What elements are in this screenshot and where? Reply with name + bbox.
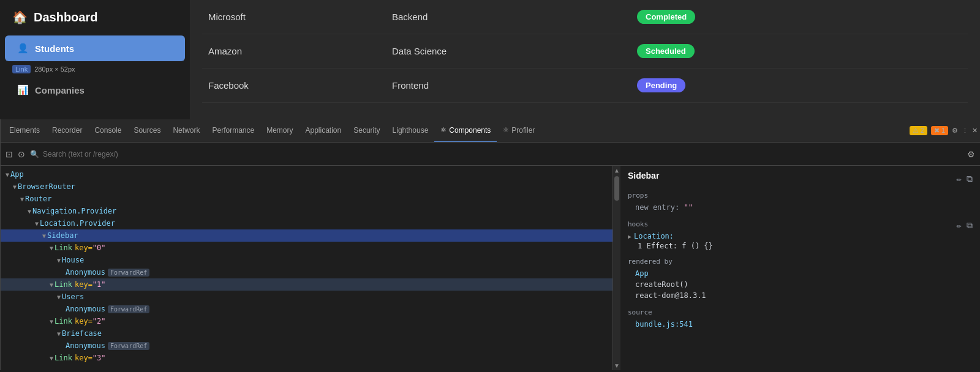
tree-node-locprovider[interactable]: ▼ Location.Provider (1, 217, 612, 229)
sidebar-item-companies[interactable]: 📊 Companies (5, 77, 185, 103)
props-panel-actions: ✏ ⧉ (957, 174, 973, 184)
tree-anon2-label: Anonymous (66, 305, 105, 313)
gear-icon[interactable]: ⚙ (967, 149, 975, 159)
tree-node-briefcase[interactable]: ▼ Briefcase (1, 327, 612, 340)
tab-network[interactable]: Network (167, 119, 206, 143)
role: Data Science (392, 46, 637, 56)
sidebar-item-students[interactable]: 👤 Students (5, 35, 185, 61)
tree-arrow: ▼ (20, 196, 24, 203)
console-label: Console (94, 126, 121, 135)
tree-node-navprovider[interactable]: ▼ Navigation.Provider (1, 205, 612, 217)
rendered-reactdom: react-dom@18.3.1 (635, 291, 706, 300)
table-row: Facebook Frontend Pending (202, 69, 968, 103)
devtools-panel: Elements Recorder Console Sources Networ… (0, 119, 980, 370)
tab-application[interactable]: Application (300, 119, 348, 143)
tree-node-link0[interactable]: ▼ Link key="0" (1, 242, 612, 254)
close-icon[interactable]: ✕ (972, 127, 978, 135)
eye-icon[interactable]: ⊙ (18, 149, 25, 159)
forwardref-badge: ForwardRef (108, 269, 149, 277)
rendered-by-title: rendered by (628, 258, 973, 266)
tree-node-anon1[interactable]: Anonymous ForwardRef (1, 266, 612, 278)
tree-node-house[interactable]: ▼ House (1, 254, 612, 266)
tree-node-anon2[interactable]: Anonymous ForwardRef (1, 303, 612, 315)
search-input[interactable] (43, 150, 967, 158)
tab-sources[interactable]: Sources (127, 119, 167, 143)
rendered-createroot: createRoot() (635, 280, 688, 289)
forwardref-badge: ForwardRef (108, 342, 149, 350)
elements-label: Elements (9, 126, 40, 135)
status-badge: Scheduled (637, 44, 695, 58)
components-label: Components (449, 126, 491, 135)
main-content: Microsoft Backend Completed Amazon Data … (190, 0, 980, 119)
scroll-up-arrow[interactable]: ▲ (612, 166, 621, 175)
props-new-entry: new entry: "" (628, 202, 973, 213)
tab-console[interactable]: Console (88, 119, 127, 143)
rendered-by-createroot: createRoot() (628, 279, 973, 290)
tree-node-link1[interactable]: ▼ Link key="1" (1, 278, 612, 291)
students-icon: 👤 (17, 43, 29, 54)
tree-locprovider-label: Location.Provider (40, 219, 115, 228)
settings-icon[interactable]: ⚙ (952, 127, 958, 135)
devtools-tabs-bar: Elements Recorder Console Sources Networ… (1, 119, 980, 143)
props-panel-title: Sidebar (628, 171, 659, 180)
profiler-label: Profiler (511, 126, 535, 135)
hooks-edit-icon[interactable]: ✏ (957, 220, 962, 231)
tree-navprovider-label: Navigation.Provider (32, 207, 116, 215)
tab-profiler[interactable]: ⚛ Profiler (497, 119, 541, 143)
rendered-app-link[interactable]: App (635, 269, 649, 278)
tab-memory[interactable]: Memory (260, 119, 299, 143)
tab-performance[interactable]: Performance (206, 119, 260, 143)
props-section-title: props (628, 192, 973, 199)
tree-node-app[interactable]: ▼ App (1, 168, 612, 180)
tree-sidebar-label: Sidebar (47, 231, 78, 240)
tree-arrow: ▼ (57, 257, 61, 264)
hooks-copy-icon[interactable]: ⧉ (967, 220, 973, 231)
hooks-effect: 1 Effect: f () {} (628, 242, 973, 250)
security-label: Security (353, 126, 380, 135)
props-key: new entry: (635, 203, 679, 212)
tree-node-link2[interactable]: ▼ Link key="2" (1, 315, 612, 327)
tab-lighthouse[interactable]: Lighthouse (386, 119, 435, 143)
role: Backend (392, 12, 637, 22)
tree-link1-label: Link (55, 280, 72, 289)
tree-arrow: ▼ (13, 184, 17, 190)
edit-icon[interactable]: ✏ (957, 174, 962, 184)
scroll-down-arrow[interactable]: ▼ (612, 361, 621, 370)
link-indicator: Link 280px × 52px (0, 62, 190, 76)
props-panel: Sidebar ✏ ⧉ props new entry: "" hooks (620, 166, 980, 370)
tree-arrow: ▼ (50, 318, 53, 325)
tree-scrollbar[interactable]: ▲ ▼ (613, 166, 620, 370)
recorder-label: Recorder (52, 126, 82, 135)
companies-icon: 📊 (17, 84, 29, 95)
source-value[interactable]: bundle.js:541 (628, 319, 973, 330)
tree-node-link3[interactable]: ▼ Link key="3" (1, 352, 612, 364)
devtools-bottom: ⊡ ⊙ 🔍 ⚙ ▼ App ▼ BrowserRouter (1, 143, 980, 370)
tab-components[interactable]: ⚛ Components (434, 119, 497, 143)
network-label: Network (173, 126, 200, 135)
tab-elements[interactable]: Elements (3, 119, 46, 143)
tree-node-browserrouter[interactable]: ▼ BrowserRouter (1, 180, 612, 193)
role: Frontend (392, 80, 637, 91)
tree-node-users[interactable]: ▼ Users (1, 291, 612, 303)
tree-node-anon3[interactable]: Anonymous ForwardRef (1, 340, 612, 352)
tree-attr-key: key (75, 244, 88, 252)
tree-briefcase-label: Briefcase (62, 329, 102, 338)
more-icon[interactable]: ⋮ (962, 127, 968, 135)
tree-users-label: Users (62, 292, 84, 301)
company-name: Facebook (208, 80, 392, 91)
scroll-thumb[interactable] (614, 176, 619, 201)
hooks-section: hooks ✏ ⧉ ▶ Location: 1 Effect: f () {} (628, 220, 973, 250)
selector-icon[interactable]: ⊡ (6, 149, 13, 159)
copy-icon[interactable]: ⧉ (967, 174, 973, 184)
search-icon: 🔍 (30, 150, 39, 158)
hooks-header-row: hooks ✏ ⧉ (628, 220, 973, 231)
tree-node-sidebar[interactable]: ▼ Sidebar (1, 229, 612, 242)
tree-app-label: App (10, 170, 24, 179)
tab-security[interactable]: Security (347, 119, 386, 143)
hooks-panel-actions: ✏ ⧉ (957, 220, 973, 231)
hooks-location: ▶ Location: (628, 231, 973, 242)
rendered-by-reactdom: react-dom@18.3.1 (628, 290, 973, 301)
tree-node-router[interactable]: ▼ Router (1, 193, 612, 205)
hooks-section-title: hooks (628, 220, 648, 228)
tab-recorder[interactable]: Recorder (46, 119, 88, 143)
